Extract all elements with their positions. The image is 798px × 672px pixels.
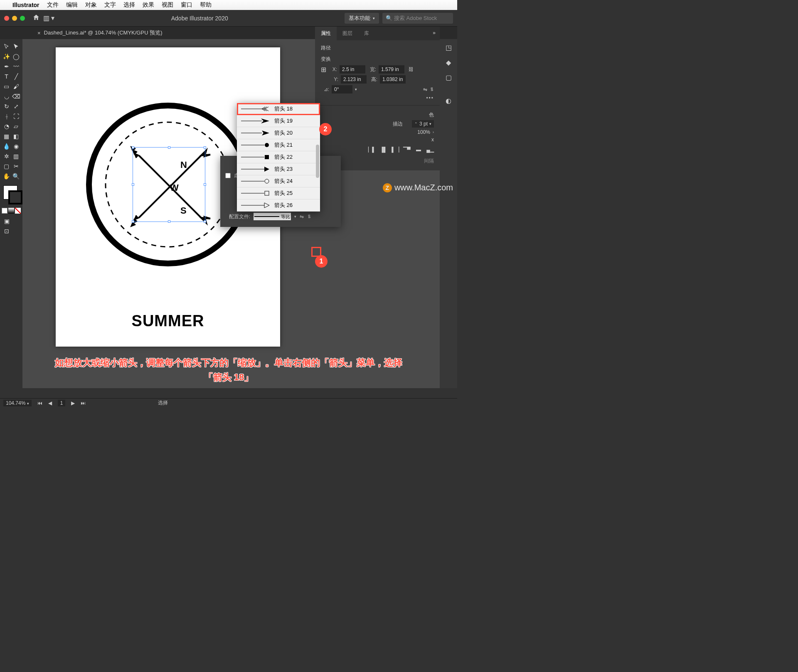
line-tool[interactable]: ╱: [11, 71, 21, 81]
hand-tool[interactable]: ✋: [2, 171, 11, 181]
menu-type[interactable]: 文字: [104, 1, 116, 9]
type-tool[interactable]: T: [2, 71, 11, 81]
menu-edit[interactable]: 编辑: [66, 1, 78, 9]
gradient-mode-icon[interactable]: [8, 208, 14, 214]
rectangle-tool[interactable]: ▭: [2, 81, 11, 91]
workspace-selector[interactable]: 基本功能▾: [345, 13, 379, 24]
nav-first-icon[interactable]: ⏮: [37, 400, 42, 406]
artboard-number-input[interactable]: 1: [58, 400, 66, 406]
arrange-documents-icon[interactable]: ▥ ▾: [43, 14, 54, 22]
menu-app-name[interactable]: Illustrator: [12, 2, 39, 8]
gradient-tool[interactable]: ◧: [11, 131, 21, 141]
dashed-line-checkbox[interactable]: [225, 173, 231, 178]
stroke-swatch[interactable]: [8, 190, 22, 204]
chevron-down-icon[interactable]: ▾: [294, 214, 296, 219]
align-top-icon[interactable]: ▔▀: [403, 146, 411, 153]
perspective-tool[interactable]: ▱: [11, 121, 21, 131]
eraser-tool[interactable]: ⌫: [11, 91, 21, 101]
magic-wand-tool[interactable]: ✨: [2, 52, 11, 62]
maximize-window-button[interactable]: [20, 16, 25, 21]
curvature-tool[interactable]: 〰: [11, 62, 21, 71]
symbol-sprayer-tool[interactable]: ✲: [2, 151, 11, 161]
zoom-tool[interactable]: 🔍: [11, 171, 21, 181]
angle-input[interactable]: [332, 85, 352, 94]
tab-properties[interactable]: 属性: [315, 27, 337, 40]
menu-object[interactable]: 对象: [85, 1, 97, 9]
width-input[interactable]: [379, 65, 404, 74]
arrow-option-26[interactable]: 箭头 26: [237, 199, 320, 212]
blend-tool[interactable]: ◉: [11, 141, 21, 151]
mesh-tool[interactable]: ▦: [2, 131, 11, 141]
screen-mode-icon[interactable]: ▣: [2, 216, 12, 226]
opacity-value[interactable]: 100%: [417, 129, 430, 135]
menu-help[interactable]: 帮助: [200, 1, 212, 9]
align-middle-v-icon[interactable]: ▬: [415, 146, 422, 153]
flip-profile-h-icon[interactable]: ⇋: [300, 214, 304, 219]
flip-v-icon[interactable]: ⥮: [430, 86, 434, 92]
scale-tool[interactable]: ⤢: [11, 101, 21, 111]
tab-layers[interactable]: 图层: [337, 27, 358, 40]
slice-tool[interactable]: ✂: [11, 161, 21, 171]
reference-point-icon[interactable]: ⊞: [321, 66, 326, 74]
align-left-icon[interactable]: ▏▌: [368, 146, 376, 153]
menu-window[interactable]: 窗口: [181, 1, 192, 9]
align-right-icon[interactable]: ▌▕: [392, 146, 399, 153]
free-transform-tool[interactable]: ⛶: [11, 111, 21, 121]
arrow-option-20[interactable]: 箭头 20: [237, 127, 320, 139]
stroke-weight-input[interactable]: ⌃3 pt▾: [412, 120, 434, 128]
flip-profile-v-icon[interactable]: ⥮: [307, 214, 311, 219]
x-input[interactable]: [340, 65, 365, 74]
shaper-tool[interactable]: ◡: [2, 91, 11, 101]
menu-file[interactable]: 文件: [47, 1, 59, 9]
profile-selector[interactable]: 等比: [254, 213, 291, 220]
adobe-stock-search[interactable]: 🔍 搜索 Adobe Stock: [382, 13, 453, 24]
align-bottom-icon[interactable]: ▄▁: [426, 146, 434, 153]
edit-toolbar-icon[interactable]: ⊡: [2, 226, 12, 236]
menu-select[interactable]: 选择: [123, 1, 135, 9]
y-input[interactable]: [341, 75, 367, 84]
arrow-option-23[interactable]: 箭头 23: [237, 163, 320, 175]
arrow-option-21[interactable]: 箭头 21: [237, 139, 320, 151]
expand-panel-icon[interactable]: »: [429, 27, 440, 40]
close-window-button[interactable]: [4, 16, 9, 21]
arrow-option-25[interactable]: 箭头 25: [237, 187, 320, 199]
layers-dock-icon[interactable]: ◆: [443, 57, 453, 67]
home-icon[interactable]: [32, 14, 40, 23]
arrow-option-22[interactable]: 箭头 22: [237, 151, 320, 163]
fill-stroke-swatches[interactable]: [2, 185, 21, 206]
lasso-tool[interactable]: ◯: [11, 52, 21, 62]
eyedropper-tool[interactable]: 💧: [2, 141, 11, 151]
width-tool[interactable]: ⟊: [2, 111, 11, 121]
selection-tool[interactable]: [2, 42, 11, 52]
paintbrush-tool[interactable]: 🖌: [11, 81, 21, 91]
nav-prev-icon[interactable]: ◀: [48, 400, 52, 406]
arrow-option-18[interactable]: 箭头 18: [237, 103, 320, 115]
zoom-level-input[interactable]: 104.74% ▾: [3, 400, 32, 406]
height-input[interactable]: [380, 75, 406, 84]
close-tab-icon[interactable]: ×: [37, 30, 41, 36]
nav-next-icon[interactable]: ▶: [71, 400, 75, 406]
menu-view[interactable]: 视图: [162, 1, 173, 9]
direct-selection-tool[interactable]: [11, 42, 21, 52]
tab-libraries[interactable]: 库: [358, 27, 375, 40]
properties-dock-icon[interactable]: ◳: [443, 42, 453, 52]
comments-dock-icon[interactable]: ◐: [443, 96, 453, 106]
align-center-h-icon[interactable]: ▐▌: [380, 146, 387, 153]
more-options-icon[interactable]: •••: [321, 95, 434, 101]
selection-bounding-box[interactable]: [133, 147, 205, 222]
pen-tool[interactable]: ✒: [2, 62, 11, 71]
minimize-window-button[interactable]: [12, 16, 17, 21]
shape-builder-tool[interactable]: ◔: [2, 121, 11, 131]
color-mode-icon[interactable]: [2, 208, 7, 214]
flip-h-icon[interactable]: ⇋: [423, 86, 427, 92]
menu-effect[interactable]: 效果: [143, 1, 154, 9]
link-wh-icon[interactable]: ⛓: [409, 66, 414, 72]
document-tab[interactable]: Dashed_Lines.ai* @ 104.74% (CMYK/GPU 预览): [44, 29, 163, 37]
nav-last-icon[interactable]: ⏭: [81, 400, 86, 406]
dropdown-scrollbar[interactable]: [316, 145, 319, 178]
arrow-option-24[interactable]: 箭头 24: [237, 175, 320, 187]
graph-tool[interactable]: ▥: [11, 151, 21, 161]
opacity-chevron-icon[interactable]: ›: [433, 130, 434, 134]
none-mode-icon[interactable]: [15, 208, 21, 214]
libraries-dock-icon[interactable]: ▢: [443, 72, 453, 82]
